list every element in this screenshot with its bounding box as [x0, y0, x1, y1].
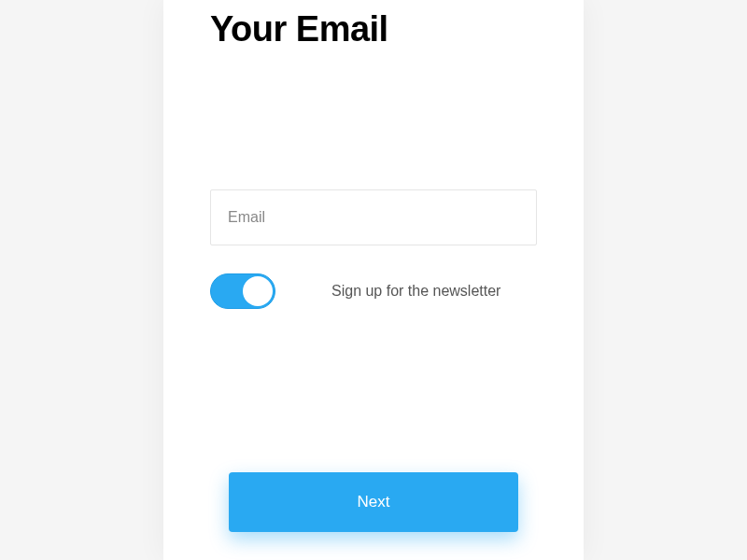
next-button[interactable]: Next — [229, 472, 518, 532]
email-form-card: Your Email Sign up for the newsletter Ne… — [163, 0, 584, 560]
page-title: Your Email — [210, 9, 537, 49]
email-field[interactable] — [210, 189, 537, 245]
toggle-knob — [243, 276, 273, 306]
newsletter-toggle[interactable] — [210, 273, 275, 309]
newsletter-label: Sign up for the newsletter — [331, 283, 500, 300]
newsletter-toggle-row: Sign up for the newsletter — [210, 273, 537, 309]
form-area: Sign up for the newsletter — [210, 189, 537, 309]
